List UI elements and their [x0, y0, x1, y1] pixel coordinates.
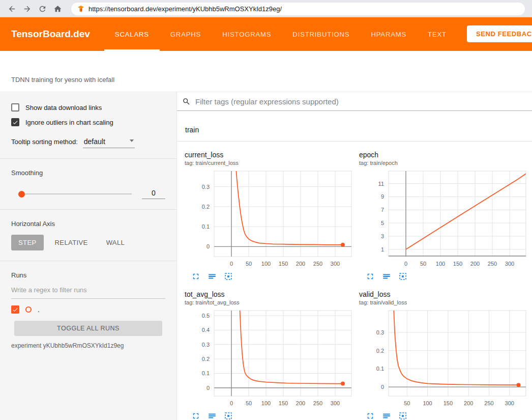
- chart-plot-epoch[interactable]: 0501001502002503001357911: [359, 168, 529, 270]
- step-button[interactable]: STEP: [11, 235, 44, 250]
- horizontal-axis-label: Horizontal Axis: [11, 220, 165, 228]
- lines-icon[interactable]: [382, 411, 391, 420]
- tooltip-sorting-select[interactable]: default: [83, 137, 135, 148]
- tag-filter-input[interactable]: [195, 97, 527, 106]
- runs-filter-input[interactable]: [11, 284, 165, 299]
- svg-text:0.2: 0.2: [202, 204, 210, 210]
- lines-icon[interactable]: [382, 272, 391, 281]
- tab-graphs[interactable]: GRAPHS: [160, 17, 212, 51]
- show-download-links-row[interactable]: Show data download links: [11, 103, 165, 111]
- run-row[interactable]: .: [11, 305, 165, 314]
- tab-scalars[interactable]: SCALARS: [104, 17, 160, 51]
- svg-text:7: 7: [381, 207, 384, 213]
- svg-text:50: 50: [420, 261, 426, 267]
- reload-icon[interactable]: [36, 2, 49, 15]
- chart-plot-current-loss[interactable]: 05010015020025030000.10.20.3: [185, 168, 355, 270]
- svg-text:300: 300: [505, 400, 514, 406]
- chart-plot-valid-loss[interactable]: 5010015020025030000.10.20.3: [359, 307, 529, 409]
- tab-distributions[interactable]: DISTRIBUTIONS: [282, 17, 360, 51]
- tab-text[interactable]: TEXT: [417, 17, 457, 51]
- svg-text:100: 100: [261, 261, 271, 267]
- chevron-down-icon: [130, 139, 134, 142]
- home-icon[interactable]: [51, 2, 64, 15]
- show-download-links-checkbox[interactable]: [11, 103, 19, 111]
- svg-text:50: 50: [246, 261, 252, 267]
- tensorboard-favicon: [77, 5, 84, 12]
- horizontal-axis-buttons: STEP RELATIVE WALL: [11, 235, 165, 250]
- smoothing-slider[interactable]: [18, 190, 132, 198]
- svg-text:200: 200: [296, 261, 305, 267]
- svg-text:150: 150: [444, 400, 453, 406]
- svg-text:0: 0: [206, 385, 210, 391]
- svg-text:150: 150: [453, 261, 462, 267]
- app-logo[interactable]: TensorBoard.dev: [11, 29, 90, 40]
- svg-text:250: 250: [488, 261, 497, 267]
- svg-text:0.3: 0.3: [376, 329, 384, 335]
- svg-text:50: 50: [404, 400, 410, 406]
- ignore-outliers-row[interactable]: Ignore outliers in chart scaling: [11, 118, 165, 126]
- tooltip-sorting-row: Tooltip sorting method: default: [11, 137, 165, 148]
- svg-text:0.3: 0.3: [202, 184, 210, 190]
- tag-filter-row: [177, 92, 532, 111]
- svg-text:250: 250: [313, 400, 322, 406]
- address-bar[interactable]: https://tensorboard.dev/experiment/yKUbh…: [71, 3, 525, 15]
- svg-text:150: 150: [279, 400, 288, 406]
- divider: [0, 209, 176, 210]
- wall-button[interactable]: WALL: [99, 235, 132, 250]
- fullscreen-icon[interactable]: [366, 411, 375, 420]
- svg-text:0.2: 0.2: [202, 356, 210, 362]
- chart-tag: tag: train/current_loss: [185, 160, 355, 166]
- svg-text:0.3: 0.3: [202, 342, 210, 348]
- svg-text:150: 150: [279, 261, 288, 267]
- svg-text:0.1: 0.1: [202, 370, 210, 376]
- fit-data-icon[interactable]: [224, 272, 233, 281]
- show-download-links-label: Show data download links: [25, 104, 102, 111]
- svg-text:100: 100: [261, 400, 271, 406]
- svg-text:3: 3: [381, 233, 384, 239]
- relative-button[interactable]: RELATIVE: [48, 235, 95, 250]
- send-feedback-button[interactable]: SEND FEEDBACK: [467, 25, 532, 42]
- divider: [0, 261, 176, 261]
- svg-text:200: 200: [470, 261, 480, 267]
- tab-histograms[interactable]: HISTOGRAMS: [212, 17, 282, 51]
- chart-title: tot_avg_loss: [185, 290, 355, 298]
- forward-icon[interactable]: [20, 2, 34, 15]
- settings-sidebar: Show data download links Ignore outliers…: [0, 92, 177, 420]
- app-header: TensorBoard.dev SCALARS GRAPHS HISTOGRAM…: [0, 17, 532, 51]
- smoothing-value[interactable]: 0: [142, 189, 165, 199]
- fit-data-icon[interactable]: [398, 411, 407, 420]
- slider-thumb[interactable]: [18, 191, 25, 198]
- toggle-all-runs-button[interactable]: TOGGLE ALL RUNS: [14, 321, 162, 336]
- svg-text:200: 200: [464, 400, 473, 406]
- train-section-header[interactable]: train: [177, 118, 532, 142]
- svg-text:100: 100: [436, 261, 445, 267]
- chart-tag: tag: train/epoch: [359, 160, 529, 166]
- back-icon[interactable]: [5, 2, 18, 15]
- run-name: .: [38, 306, 40, 314]
- chart-title: epoch: [359, 151, 529, 159]
- chart-card-current-loss: current_loss tag: train/current_loss 050…: [185, 151, 355, 281]
- url-text[interactable]: https://tensorboard.dev/experiment/yKUbh…: [88, 5, 282, 13]
- fullscreen-icon[interactable]: [191, 411, 200, 420]
- experiment-description: TDNN training for yesno with icefall: [11, 76, 114, 83]
- slider-track: [18, 193, 132, 194]
- svg-text:0.5: 0.5: [202, 313, 210, 319]
- svg-text:0: 0: [230, 400, 233, 406]
- fit-data-icon[interactable]: [224, 411, 233, 420]
- lines-icon[interactable]: [208, 272, 217, 281]
- fullscreen-icon[interactable]: [366, 272, 375, 281]
- fit-data-icon[interactable]: [398, 272, 407, 281]
- lines-icon[interactable]: [208, 411, 217, 420]
- chart-title: current_loss: [185, 151, 355, 159]
- search-icon: [182, 97, 191, 106]
- fullscreen-icon[interactable]: [191, 272, 200, 281]
- chart-plot-tot-avg-loss[interactable]: 05010015020025030000.10.20.30.40.5: [185, 307, 355, 409]
- ignore-outliers-checkbox[interactable]: [11, 118, 19, 126]
- svg-text:100: 100: [423, 400, 432, 406]
- tab-hparams[interactable]: HPARAMS: [360, 17, 417, 51]
- run-checkbox[interactable]: [11, 305, 19, 314]
- chart-toolbar: [185, 272, 355, 281]
- chart-card-tot-avg-loss: tot_avg_loss tag: train/tot_avg_loss 050…: [185, 290, 355, 420]
- run-color-ring-icon: [25, 306, 32, 313]
- train-section-title: train: [185, 126, 199, 134]
